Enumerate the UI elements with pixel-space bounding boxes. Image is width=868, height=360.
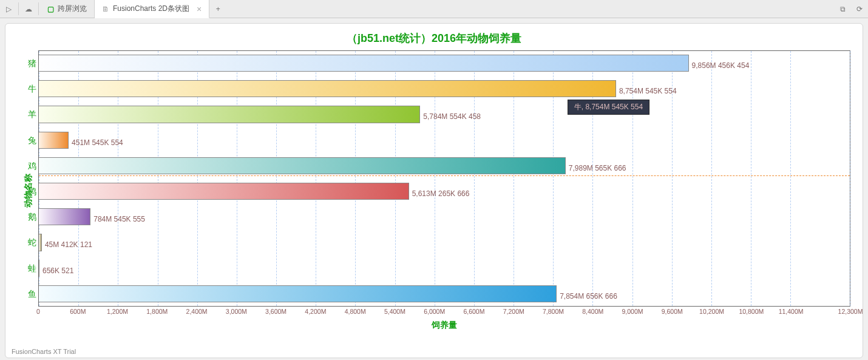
- x-tick-label: 1,200M: [107, 308, 128, 315]
- bar-row: 鹅784M 545K 555: [39, 205, 850, 230]
- bar-row: 猪9,856M 456K 454: [39, 51, 850, 76]
- x-tick-label: 10,800M: [739, 308, 764, 315]
- bar[interactable]: 7,989M 565K 666: [39, 157, 566, 174]
- category-label: 鸭: [27, 186, 36, 197]
- x-tick-label: 1,800M: [146, 308, 168, 315]
- bar[interactable]: 5,784M 554K 458: [39, 106, 420, 123]
- x-axis-title: 饲养量: [38, 320, 850, 331]
- tab-label: 跨屏浏览: [58, 4, 87, 14]
- watermark: FusionCharts XT Trial: [12, 348, 76, 355]
- category-label: 鸡: [27, 161, 36, 172]
- split-view-button[interactable]: ⧉: [834, 0, 851, 18]
- category-label: 兔: [27, 135, 36, 146]
- chart-plot-area[interactable]: 猪9,856M 456K 454牛8,754M 545K 554羊5,784M …: [38, 50, 850, 307]
- value-label: 784M 545K 555: [93, 215, 145, 223]
- gridline: [850, 51, 850, 306]
- tab-cross-screen[interactable]: ▢ 跨屏浏览: [40, 0, 95, 18]
- category-label: 猪: [27, 58, 36, 69]
- x-tick-label: 4,200M: [305, 308, 326, 315]
- x-tick-label: 6,600M: [463, 308, 484, 315]
- x-tick-label: 9,000M: [622, 308, 643, 315]
- x-tick-label: 9,600M: [662, 308, 683, 315]
- tab-label: FusionCharts 2D条状图: [113, 4, 189, 14]
- bar[interactable]: 8,754M 545K 554: [39, 80, 616, 97]
- bar-row: 鱼7,854M 656K 666: [39, 282, 850, 307]
- category-label: 鹅: [27, 212, 36, 223]
- value-label: 451M 545K 554: [72, 138, 123, 147]
- value-label: 5,613M 265K 666: [412, 189, 470, 198]
- x-tick-label: 3,600M: [265, 308, 287, 315]
- bar-row: 蛇45M 412K 121: [39, 230, 850, 256]
- value-label: 656K 521: [42, 267, 73, 275]
- x-tick-label: 8,400M: [582, 308, 603, 315]
- bar[interactable]: 9,856M 456K 454: [39, 55, 689, 72]
- x-tick-label: 10,200M: [699, 308, 724, 315]
- bar-row: 兔451M 545K 554: [39, 128, 850, 154]
- category-label: 蛇: [27, 237, 36, 248]
- x-tick-label: 6,000M: [424, 308, 445, 315]
- value-label: 45M 412K 121: [45, 240, 92, 249]
- x-tick-label: 5,400M: [384, 308, 405, 315]
- back-button[interactable]: ▷: [0, 0, 17, 18]
- value-label: 5,784M 554K 458: [423, 112, 481, 121]
- value-label: 7,854M 656K 666: [560, 292, 617, 301]
- cloud-button[interactable]: ☁: [20, 0, 37, 18]
- bar[interactable]: 656K 521: [39, 260, 39, 277]
- x-axis-ticks: 0600M1,200M1,800M2,400M3,000M3,600M4,200…: [38, 308, 850, 318]
- bar[interactable]: 7,854M 656K 666: [39, 285, 557, 302]
- x-tick-label: 0: [36, 308, 40, 315]
- bar-row: 牛8,754M 545K 554: [39, 76, 850, 102]
- x-tick-label: 7,200M: [503, 308, 524, 315]
- value-label: 8,754M 545K 554: [619, 87, 677, 95]
- x-tick-label: 7,800M: [543, 308, 564, 315]
- category-label: 羊: [27, 109, 36, 120]
- tab-fusioncharts[interactable]: 🗎 FusionCharts 2D条状图 ×: [95, 0, 209, 18]
- browser-tabstrip: ▷ ☁ ▢ 跨屏浏览 🗎 FusionCharts 2D条状图 × + ⧉ ⟳: [0, 0, 868, 18]
- x-tick-label: 2,400M: [186, 308, 208, 315]
- x-tick-label: 3,000M: [226, 308, 247, 315]
- x-tick-label: 12,300M: [838, 308, 863, 315]
- bar-row: 蛙656K 521: [39, 256, 850, 282]
- phone-icon: ▢: [47, 5, 54, 13]
- x-tick-label: 600M: [70, 308, 86, 315]
- new-tab-button[interactable]: +: [209, 0, 226, 18]
- file-icon: 🗎: [102, 5, 109, 13]
- chart-title: （jb51.net统计）2016年动物饲养量: [12, 29, 856, 50]
- value-label: 7,989M 565K 666: [569, 164, 626, 172]
- bar[interactable]: 784M 545K 555: [39, 208, 90, 225]
- bar[interactable]: 45M 412K 121: [39, 234, 42, 251]
- x-tick-label: 4,800M: [345, 308, 366, 315]
- x-tick-label: 11,400M: [779, 308, 804, 315]
- value-label: 9,856M 456K 454: [692, 61, 750, 70]
- category-label: 鱼: [27, 289, 36, 300]
- bar[interactable]: 451M 545K 554: [39, 132, 69, 149]
- bar-row: 鸡7,989M 565K 666: [39, 154, 850, 179]
- reload-button[interactable]: ⟳: [851, 0, 868, 18]
- bar-row: 鸭5,613M 265K 666: [39, 179, 850, 205]
- chart-container: （jb51.net统计）2016年动物饲养量 动物名称 猪9,856M 456K…: [5, 23, 863, 358]
- bar[interactable]: 5,613M 265K 666: [39, 183, 409, 200]
- category-label: 牛: [27, 84, 36, 95]
- close-icon[interactable]: ×: [197, 4, 202, 14]
- bar-row: 羊5,784M 554K 458: [39, 102, 850, 127]
- category-label: 蛙: [27, 263, 36, 274]
